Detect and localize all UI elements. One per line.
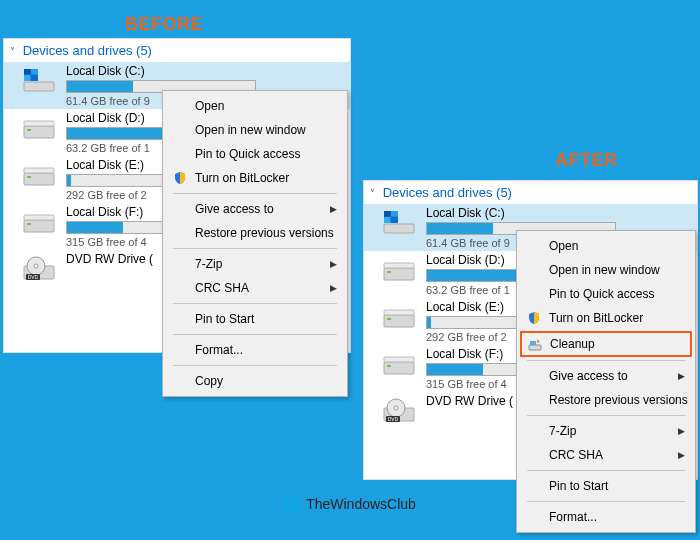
menu-item-label: Pin to Start — [195, 312, 254, 326]
svg-rect-2 — [24, 69, 31, 75]
svg-rect-22 — [384, 211, 391, 217]
svg-rect-30 — [387, 318, 391, 320]
menu-separator — [173, 365, 337, 366]
menu-icon-slot — [525, 509, 543, 525]
menu-item-cleanup[interactable]: Cleanup — [520, 331, 692, 357]
menu-item-7-zip[interactable]: 7-Zip▶ — [519, 419, 693, 443]
capacity-fill — [427, 364, 483, 375]
menu-item-give-access-to[interactable]: Give access to▶ — [519, 364, 693, 388]
chevron-down-icon: ˅ — [370, 188, 375, 199]
devices-header[interactable]: ˅ Devices and drives (5) — [364, 181, 697, 204]
menu-item-format[interactable]: Format... — [519, 505, 693, 529]
svg-rect-24 — [384, 217, 391, 223]
menu-item-pin-to-quick-access[interactable]: Pin to Quick access — [165, 142, 345, 166]
svg-point-37 — [394, 406, 398, 410]
menu-separator — [527, 360, 685, 361]
menu-icon-slot — [525, 368, 543, 384]
menu-item-label: Pin to Quick access — [195, 147, 300, 161]
menu-icon-slot — [171, 311, 189, 327]
svg-rect-34 — [384, 357, 414, 362]
menu-item-turn-on-bitlocker[interactable]: Turn on BitLocker — [165, 166, 345, 190]
context-menu-before: OpenOpen in new windowPin to Quick acces… — [162, 90, 348, 397]
menu-icon-slot — [525, 262, 543, 278]
menu-icon-slot — [171, 342, 189, 358]
chevron-right-icon: ▶ — [330, 259, 337, 269]
menu-item-open[interactable]: Open — [165, 94, 345, 118]
svg-rect-42 — [284, 497, 291, 503]
menu-item-pin-to-quick-access[interactable]: Pin to Quick access — [519, 282, 693, 306]
menu-item-crc-sha[interactable]: CRC SHA▶ — [165, 276, 345, 300]
menu-item-label: Open in new window — [195, 123, 306, 137]
menu-icon-slot — [171, 280, 189, 296]
chevron-right-icon: ▶ — [678, 450, 685, 460]
menu-icon-slot — [171, 146, 189, 162]
capacity-fill — [67, 222, 123, 233]
menu-icon-slot — [171, 225, 189, 241]
menu-item-label: Format... — [549, 510, 597, 524]
drive-icon — [22, 207, 56, 235]
menu-item-format[interactable]: Format... — [165, 338, 345, 362]
svg-rect-5 — [31, 75, 38, 81]
menu-item-pin-to-start[interactable]: Pin to Start — [519, 474, 693, 498]
menu-separator — [527, 415, 685, 416]
menu-icon-slot — [171, 122, 189, 138]
menu-item-label: Open — [195, 99, 224, 113]
menu-icon-slot — [525, 238, 543, 254]
svg-rect-6 — [24, 126, 54, 138]
menu-separator — [173, 248, 337, 249]
menu-icon-slot — [171, 201, 189, 217]
devices-header-text: Devices and drives (5) — [23, 43, 152, 58]
svg-rect-23 — [391, 211, 398, 217]
menu-item-open-in-new-window[interactable]: Open in new window — [519, 258, 693, 282]
svg-rect-41 — [530, 341, 536, 345]
svg-rect-8 — [24, 121, 54, 126]
windows-flag-icon — [284, 496, 300, 515]
menu-item-pin-to-start[interactable]: Pin to Start — [165, 307, 345, 331]
drive-icon — [22, 113, 56, 141]
svg-rect-33 — [387, 365, 391, 367]
svg-rect-32 — [384, 362, 414, 374]
svg-rect-14 — [24, 215, 54, 220]
capacity-fill — [67, 81, 133, 92]
svg-rect-31 — [384, 310, 414, 315]
svg-rect-13 — [27, 223, 31, 225]
before-label: BEFORE — [125, 14, 203, 35]
menu-item-label: 7-Zip — [195, 257, 222, 271]
menu-item-label: Give access to — [195, 202, 274, 216]
menu-item-label: Open — [549, 239, 578, 253]
drive-icon — [22, 160, 56, 188]
menu-item-open[interactable]: Open — [519, 234, 693, 258]
svg-rect-25 — [391, 217, 398, 223]
menu-item-label: Restore previous versions — [549, 393, 688, 407]
menu-item-turn-on-bitlocker[interactable]: Turn on BitLocker — [519, 306, 693, 330]
capacity-fill — [67, 175, 71, 186]
svg-rect-44 — [284, 504, 291, 510]
svg-rect-7 — [27, 129, 31, 131]
svg-text:DVD: DVD — [388, 416, 399, 422]
chevron-right-icon: ▶ — [678, 371, 685, 381]
svg-rect-12 — [24, 220, 54, 232]
menu-item-label: Turn on BitLocker — [195, 171, 289, 185]
menu-item-label: 7-Zip — [549, 424, 576, 438]
menu-item-label: Turn on BitLocker — [549, 311, 643, 325]
menu-separator — [173, 303, 337, 304]
capacity-fill — [67, 128, 176, 139]
svg-rect-29 — [384, 315, 414, 327]
menu-item-restore-previous-versions[interactable]: Restore previous versions — [165, 221, 345, 245]
drive-icon: DVD — [382, 396, 416, 424]
svg-rect-45 — [292, 504, 300, 511]
menu-item-restore-previous-versions[interactable]: Restore previous versions — [519, 388, 693, 412]
shield-icon — [171, 170, 189, 186]
menu-separator — [173, 334, 337, 335]
devices-header[interactable]: ˅ Devices and drives (5) — [4, 39, 350, 62]
menu-item-open-in-new-window[interactable]: Open in new window — [165, 118, 345, 142]
menu-item-label: Format... — [195, 343, 243, 357]
drive-icon — [382, 208, 416, 236]
menu-item-crc-sha[interactable]: CRC SHA▶ — [519, 443, 693, 467]
menu-item-7-zip[interactable]: 7-Zip▶ — [165, 252, 345, 276]
menu-icon-slot — [171, 373, 189, 389]
menu-icon-slot — [525, 286, 543, 302]
svg-rect-0 — [24, 82, 54, 91]
menu-item-give-access-to[interactable]: Give access to▶ — [165, 197, 345, 221]
menu-item-copy[interactable]: Copy — [165, 369, 345, 393]
